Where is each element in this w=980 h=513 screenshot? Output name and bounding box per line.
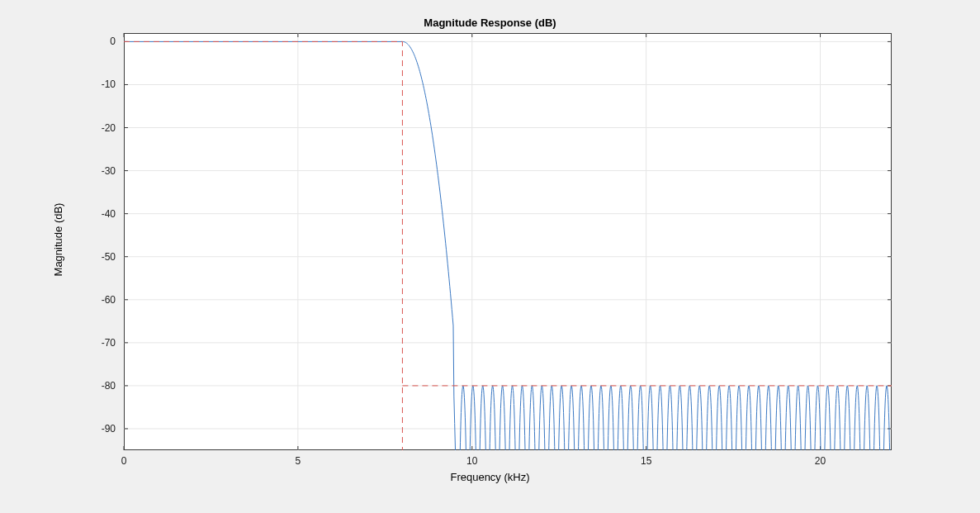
y-tick-label: 0	[83, 36, 116, 47]
y-tick-label: -30	[83, 165, 116, 177]
y-tick-label: -70	[83, 337, 116, 349]
y-tick-label: -20	[83, 122, 116, 134]
x-tick-label: 20	[815, 455, 826, 467]
y-tick-label: -40	[83, 208, 116, 220]
y-tick-label: -50	[83, 251, 116, 263]
response-curve	[124, 41, 892, 513]
x-axis-label: Frequency (kHz)	[0, 471, 980, 483]
y-tick-label: -80	[83, 380, 116, 392]
plot-canvas	[124, 33, 892, 450]
x-tick-label: 15	[641, 455, 651, 467]
x-tick-label: 10	[466, 455, 477, 467]
spec-passband-mask	[124, 41, 402, 450]
y-tick-label: -10	[83, 78, 116, 90]
y-tick-label: -90	[83, 423, 116, 435]
x-tick-label: 5	[296, 455, 301, 467]
x-tick-label: 0	[121, 455, 127, 467]
y-tick-label: -60	[83, 294, 116, 306]
y-axis-label: Magnitude (dB)	[52, 203, 64, 277]
chart-title: Magnitude Response (dB)	[0, 17, 980, 29]
figure-window: Magnitude Response (dB) Magnitude (dB) F…	[0, 0, 980, 513]
